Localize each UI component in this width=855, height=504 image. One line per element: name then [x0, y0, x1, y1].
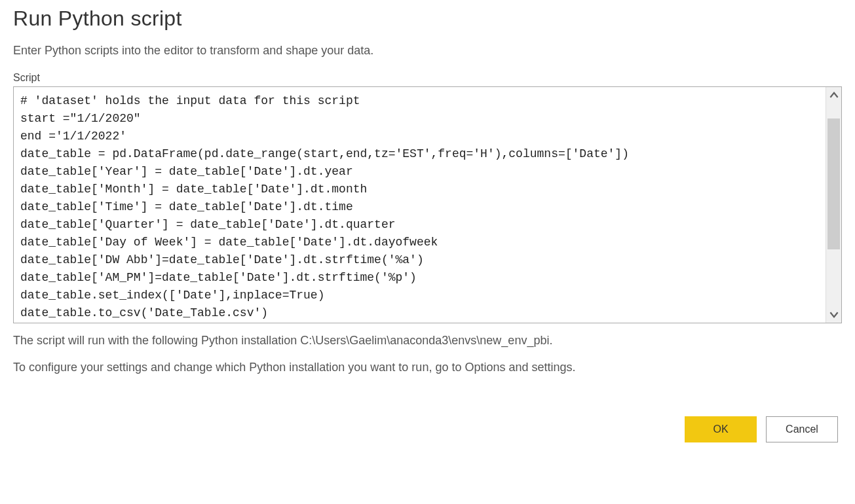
editor-scrollbar[interactable]: [826, 87, 841, 323]
dialog-button-row: OK Cancel: [13, 416, 842, 442]
ok-button[interactable]: OK: [685, 416, 757, 442]
configure-hint-text: To configure your settings and change wh…: [13, 358, 842, 377]
cancel-button[interactable]: Cancel: [766, 416, 838, 442]
install-path-text: The script will run with the following P…: [13, 331, 842, 350]
scroll-down-icon[interactable]: [826, 306, 841, 323]
scroll-track[interactable]: [826, 104, 841, 306]
script-label: Script: [13, 72, 842, 84]
dialog-subtitle: Enter Python scripts into the editor to …: [13, 44, 842, 58]
scroll-up-icon[interactable]: [826, 87, 841, 104]
script-editor[interactable]: # 'dataset' holds the input data for thi…: [14, 87, 826, 323]
scroll-thumb[interactable]: [827, 118, 840, 249]
dialog-title: Run Python script: [13, 7, 842, 31]
script-editor-container: # 'dataset' holds the input data for thi…: [13, 86, 842, 323]
